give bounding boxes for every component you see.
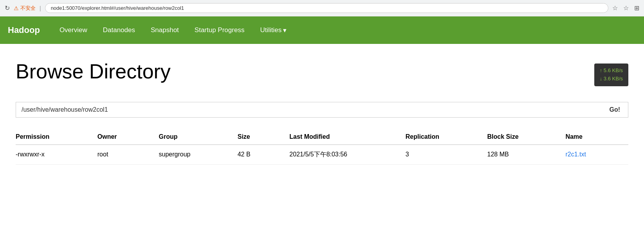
- warning-icon: ⚠: [14, 5, 19, 11]
- nav-item-overview[interactable]: Overview: [52, 16, 95, 44]
- col-header-owner: Owner: [97, 129, 159, 145]
- table-header-row: Permission Owner Group Size Last Modifie…: [16, 129, 628, 145]
- path-row: Go!: [16, 102, 628, 118]
- browser-icons: ☆ ☆ ⊞: [612, 4, 639, 12]
- path-input[interactable]: [16, 102, 601, 118]
- cell-permission: -rwxrwxr-x: [16, 145, 97, 165]
- directory-table: Permission Owner Group Size Last Modifie…: [16, 129, 628, 165]
- chevron-down-icon: ▾: [283, 26, 287, 34]
- security-warning: ⚠ 不安全: [14, 5, 36, 12]
- bookmark-list-icon[interactable]: ☆: [623, 4, 629, 12]
- extensions-icon[interactable]: ⊞: [634, 4, 639, 12]
- cell-size: 42 B: [238, 145, 290, 165]
- col-header-name: Name: [565, 129, 628, 145]
- cell-name[interactable]: r2c1.txt: [565, 145, 628, 165]
- col-header-block-size: Block Size: [487, 129, 566, 145]
- navbar-brand[interactable]: Hadoop: [8, 25, 40, 35]
- nav-item-startup-progress[interactable]: Startup Progress: [187, 16, 253, 44]
- cell-last_modified: 2021/5/5下午8:03:56: [289, 145, 405, 165]
- file-link[interactable]: r2c1.txt: [565, 151, 586, 158]
- main-content: Browse Directory ↑ 5.6 KB/s ↓ 3.6 KB/s G…: [0, 44, 644, 172]
- nav-item-datanodes[interactable]: Datanodes: [95, 16, 143, 44]
- nav-item-snapshot[interactable]: Snapshot: [143, 16, 187, 44]
- separator: |: [40, 5, 41, 11]
- browser-chrome: ↻ ⚠ 不安全 | node1:50070/explorer.html#/use…: [0, 0, 644, 16]
- network-badge: ↑ 5.6 KB/s ↓ 3.6 KB/s: [594, 64, 628, 86]
- go-button[interactable]: Go!: [601, 102, 628, 118]
- navbar: Hadoop Overview Datanodes Snapshot Start…: [0, 16, 644, 44]
- network-download: ↓ 3.6 KB/s: [600, 75, 623, 83]
- col-header-permission: Permission: [16, 129, 97, 145]
- utilities-label: Utilities: [260, 26, 281, 34]
- col-header-replication: Replication: [406, 129, 487, 145]
- table-row: -rwxrwxr-xrootsupergroup42 B2021/5/5下午8:…: [16, 145, 628, 165]
- nav-item-utilities[interactable]: Utilities ▾: [252, 16, 294, 44]
- network-upload: ↑ 5.6 KB/s: [600, 67, 623, 75]
- cell-block_size: 128 MB: [487, 145, 566, 165]
- cell-replication: 3: [406, 145, 487, 165]
- page-title: Browse Directory: [16, 60, 171, 83]
- col-header-group: Group: [159, 129, 238, 145]
- bookmark-icon[interactable]: ☆: [612, 4, 618, 12]
- col-header-size: Size: [238, 129, 290, 145]
- warning-text: 不安全: [20, 5, 36, 12]
- url-bar[interactable]: node1:50070/explorer.html#/user/hive/war…: [45, 3, 608, 13]
- col-header-last-modified: Last Modified: [289, 129, 405, 145]
- cell-owner: root: [97, 145, 159, 165]
- page-header: Browse Directory ↑ 5.6 KB/s ↓ 3.6 KB/s: [16, 60, 628, 86]
- refresh-button[interactable]: ↻: [5, 4, 10, 12]
- cell-group: supergroup: [159, 145, 238, 165]
